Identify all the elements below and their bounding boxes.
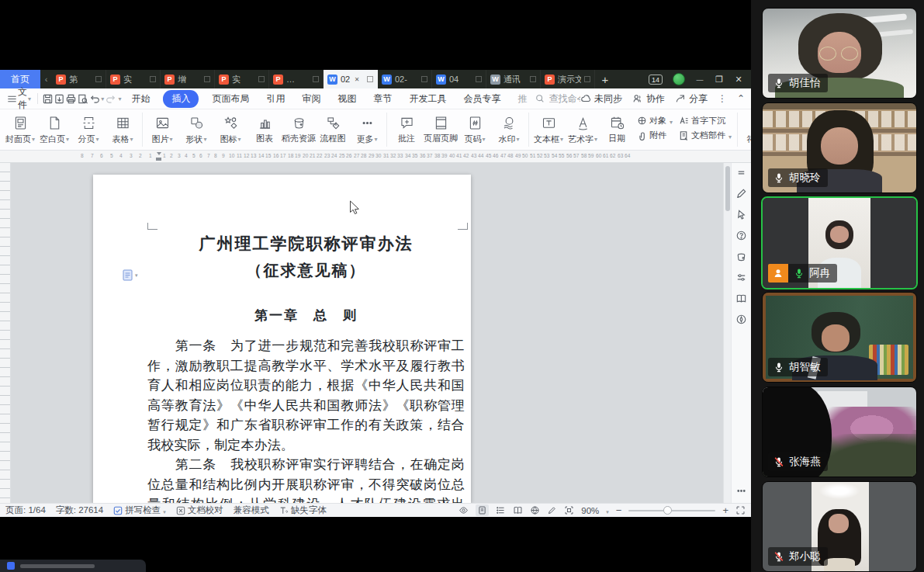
scrollbar-thumb[interactable]	[725, 166, 730, 211]
zoom-slider-handle[interactable]	[663, 506, 672, 515]
more-insert-button[interactable]: 更多	[350, 112, 384, 146]
hamburger-icon[interactable]	[6, 92, 18, 106]
horizontal-ruler[interactable]: 8765432112345678910111213141516171819202…	[0, 151, 751, 163]
outline-view-icon[interactable]	[496, 505, 506, 515]
participant-tile[interactable]: 张海燕	[762, 387, 917, 477]
panel-handle-icon[interactable]	[735, 167, 747, 179]
menu-section[interactable]: 章节	[369, 91, 396, 107]
maximize-button[interactable]	[715, 75, 724, 85]
flowchart-button[interactable]: 流程图	[316, 112, 350, 144]
fit-page-icon[interactable]	[564, 505, 574, 515]
settings-slider-icon[interactable]	[735, 272, 747, 283]
tab-document-02-active[interactable]: 02	[324, 70, 378, 88]
document-canvas[interactable]: ▾ 广州理工学院职称评审办法 （征求意见稿） 第一章 总 则 第一条 为了进一步…	[11, 163, 723, 503]
docer-resources-button[interactable]: 稻壳资源	[282, 112, 316, 144]
tab-presentation-3[interactable]: 增	[161, 70, 215, 88]
compat-mode[interactable]: 兼容模式	[234, 504, 269, 516]
menu-view[interactable]: 视图	[334, 91, 360, 107]
mic-on-icon[interactable]	[773, 172, 784, 183]
redo-icon[interactable]	[106, 92, 117, 106]
mic-on-icon[interactable]	[773, 362, 784, 373]
print-icon[interactable]	[65, 92, 77, 106]
ink-mode-icon[interactable]	[547, 505, 557, 515]
file-menu[interactable]: 文件	[18, 85, 27, 112]
print-preview-icon[interactable]	[77, 92, 88, 106]
sync-status[interactable]: 未同步	[580, 92, 622, 106]
date-button[interactable]: 日期	[600, 112, 634, 144]
read-mode-icon[interactable]	[735, 293, 747, 304]
tab-document-04[interactable]: 04	[432, 70, 486, 88]
tab-presentation-2[interactable]: 实	[106, 70, 161, 88]
navigation-icon[interactable]	[735, 314, 747, 325]
zoom-caret-icon[interactable]	[606, 506, 609, 515]
document-page[interactable]: ▾ 广州理工学院职称评审办法 （征求意见稿） 第一章 总 则 第一条 为了进一步…	[93, 175, 471, 503]
tab-close-icon[interactable]	[353, 75, 361, 83]
account-avatar[interactable]	[673, 73, 685, 85]
menu-member[interactable]: 会员专享	[459, 91, 504, 107]
menu-references[interactable]: 引用	[262, 91, 289, 107]
undo-caret-icon[interactable]	[101, 95, 104, 102]
days-badge[interactable]: 14	[649, 75, 663, 85]
tab-scroll-left-icon[interactable]	[40, 70, 52, 88]
page-break-button[interactable]: 分页	[71, 112, 106, 146]
table-button[interactable]: 表格	[106, 112, 140, 146]
vertical-ruler[interactable]	[0, 163, 11, 503]
eye-protect-icon[interactable]	[459, 505, 469, 515]
participant-tile[interactable]: 郑小聪	[762, 481, 917, 572]
export-icon[interactable]	[54, 92, 65, 106]
participant-tile[interactable]: 胡晓玲	[762, 102, 917, 193]
shapes-button[interactable]: 形状	[179, 112, 213, 146]
toolbar-more-icon[interactable]	[735, 485, 747, 497]
comment-button[interactable]: 批注	[389, 112, 424, 144]
participant-tile[interactable]: 胡智敏	[762, 292, 917, 383]
collapse-ribbon-icon[interactable]	[737, 93, 745, 104]
menu-recommend[interactable]: 推	[514, 91, 531, 107]
tab-presentation-4[interactable]: 实	[215, 70, 269, 88]
blank-page-button[interactable]: 空白页	[37, 112, 71, 146]
icons-button[interactable]: 图标	[213, 112, 247, 146]
help-icon[interactable]	[735, 230, 747, 241]
attachment-button[interactable]: 附件	[637, 130, 673, 141]
more-options-icon[interactable]	[718, 93, 727, 104]
tab-presentation-1[interactable]: 第	[52, 70, 106, 88]
mic-muted-icon[interactable]	[773, 551, 784, 562]
page-view-button[interactable]	[476, 504, 489, 516]
share-button[interactable]: 分享	[675, 92, 708, 106]
revision-flag-icon[interactable]: ▾	[123, 269, 138, 281]
docer-assistant-icon[interactable]	[735, 251, 747, 262]
save-icon[interactable]	[42, 92, 54, 106]
participant-tile[interactable]: 胡佳怡	[762, 8, 917, 99]
zoom-out-button[interactable]	[616, 504, 622, 516]
indent-marker[interactable]	[156, 152, 161, 161]
word-count[interactable]: 字数: 27614	[56, 504, 103, 516]
menu-review[interactable]: 审阅	[298, 91, 324, 107]
mic-on-icon[interactable]	[773, 78, 784, 88]
toolbar-overflow-caret-icon[interactable]	[118, 95, 121, 102]
tab-document-02b[interactable]: 02-	[378, 70, 432, 88]
book-view-icon[interactable]	[513, 505, 523, 515]
select-cursor-icon[interactable]	[735, 209, 747, 220]
ink-pen-icon[interactable]	[735, 188, 747, 199]
fullscreen-icon[interactable]	[735, 505, 746, 515]
watermark-button[interactable]: 水印	[492, 112, 526, 146]
document-proofing[interactable]: 文档校对	[176, 504, 223, 516]
picture-button[interactable]: 图片	[145, 112, 179, 146]
close-button[interactable]	[734, 75, 743, 85]
drop-cap-button[interactable]: 首字下沉	[679, 115, 732, 127]
mic-muted-icon[interactable]	[773, 456, 784, 467]
zoom-in-button[interactable]	[722, 504, 728, 516]
menu-home[interactable]: 开始	[127, 91, 154, 107]
header-footer-button[interactable]: 页眉页脚	[424, 112, 458, 144]
zoom-slider[interactable]	[628, 510, 715, 511]
menu-insert-active[interactable]: 插入	[163, 90, 199, 108]
spell-check-toggle[interactable]: 拼写检查	[113, 504, 166, 516]
zoom-value[interactable]: 90%	[581, 506, 599, 515]
chart-button[interactable]: 图表	[247, 112, 282, 144]
symbol-button[interactable]: 符号	[740, 112, 751, 146]
tab-presentation-5[interactable]: …	[269, 70, 324, 88]
menu-dev-tools[interactable]: 开发工具	[405, 91, 450, 107]
menu-page-layout[interactable]: 页面布局	[208, 91, 253, 107]
participant-tile-active-speaker[interactable]: 阿冉	[761, 196, 918, 289]
tab-document-misc[interactable]: 通讯	[486, 70, 541, 88]
collaborate-button[interactable]: 协作	[632, 92, 665, 106]
